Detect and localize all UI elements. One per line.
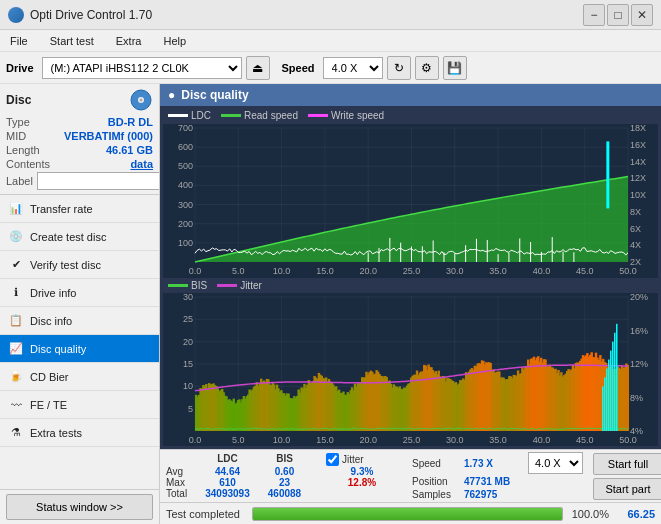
charts-area: LDC Read speed Write speed BIS bbox=[160, 106, 661, 449]
length-value: 46.61 GB bbox=[106, 144, 153, 156]
nav-item-create-test-disc[interactable]: 💿Create test disc bbox=[0, 223, 159, 251]
disc-info-icon: 📋 bbox=[8, 313, 24, 329]
ldc-legend: LDC bbox=[168, 110, 211, 121]
speed-select[interactable]: 4.0 X bbox=[323, 57, 383, 79]
samples-row: Samples 762975 bbox=[412, 489, 583, 500]
transfer-rate-icon: 📊 bbox=[8, 201, 24, 217]
label-input[interactable] bbox=[37, 172, 160, 190]
nav-item-drive-info[interactable]: ℹDrive info bbox=[0, 279, 159, 307]
disc-quality-icon: 📈 bbox=[8, 341, 24, 357]
titlebar-left: Opti Drive Control 1.70 bbox=[8, 7, 152, 23]
status-window-button[interactable]: Status window >> bbox=[6, 494, 153, 520]
nav-item-disc-quality[interactable]: 📈Disc quality bbox=[0, 335, 159, 363]
bis-legend-label: BIS bbox=[191, 280, 207, 291]
maximize-button[interactable]: □ bbox=[607, 4, 629, 26]
nav-item-extra-tests[interactable]: ⚗Extra tests bbox=[0, 419, 159, 447]
progress-bar-fill bbox=[253, 508, 562, 520]
length-label: Length bbox=[6, 144, 40, 156]
bottom-chart bbox=[163, 293, 658, 447]
nav-label-extra-tests: Extra tests bbox=[30, 427, 82, 439]
start-part-button[interactable]: Start part bbox=[593, 478, 661, 500]
fe-te-icon: 〰 bbox=[8, 397, 24, 413]
close-button[interactable]: ✕ bbox=[631, 4, 653, 26]
disc-type-row: Type BD-R DL bbox=[6, 116, 153, 128]
avg-label: Avg bbox=[166, 466, 198, 477]
ldc-header: LDC bbox=[200, 453, 255, 466]
progress-percent: 100.0% bbox=[569, 508, 609, 520]
ldc-legend-label: LDC bbox=[191, 110, 211, 121]
create-test-disc-icon: 💿 bbox=[8, 229, 24, 245]
start-full-button[interactable]: Start full bbox=[593, 453, 661, 475]
write-speed-legend-label: Write speed bbox=[331, 110, 384, 121]
speed-stat-value: 1.73 X bbox=[464, 458, 524, 469]
progress-bar bbox=[252, 507, 563, 521]
disc-icon bbox=[129, 88, 153, 112]
nav-item-verify-test-disc[interactable]: ✔Verify test disc bbox=[0, 251, 159, 279]
menu-item-extra[interactable]: Extra bbox=[110, 33, 148, 49]
position-value: 47731 MB bbox=[464, 476, 524, 487]
max-ldc: 610 bbox=[200, 477, 255, 488]
top-chart bbox=[163, 124, 658, 278]
main: Disc Type BD-R DL MID VERBATIMf (000) L bbox=[0, 84, 661, 524]
toolbar: Drive (M:) ATAPI iHBS112 2 CL0K ⏏ Speed … bbox=[0, 52, 661, 84]
refresh-button[interactable]: ↻ bbox=[387, 56, 411, 80]
nav-item-fe-te[interactable]: 〰FE / TE bbox=[0, 391, 159, 419]
speed-label: Speed bbox=[282, 62, 315, 74]
nav-label-drive-info: Drive info bbox=[30, 287, 76, 299]
menu-item-file[interactable]: File bbox=[4, 33, 34, 49]
nav-item-disc-info[interactable]: 📋Disc info bbox=[0, 307, 159, 335]
samples-label: Samples bbox=[412, 489, 460, 500]
stats-table: LDC BIS Jitter Avg 44.64 0.60 9.3% bbox=[166, 453, 402, 499]
empty-header bbox=[166, 453, 198, 466]
write-speed-legend: Write speed bbox=[308, 110, 384, 121]
speed-position-area: Speed 1.73 X 4.0 X Position 47731 MB Sam… bbox=[412, 452, 583, 500]
spacer2 bbox=[314, 466, 320, 477]
nav-item-transfer-rate[interactable]: 📊Transfer rate bbox=[0, 195, 159, 223]
contents-value[interactable]: data bbox=[130, 158, 153, 170]
read-speed-legend-label: Read speed bbox=[244, 110, 298, 121]
verify-test-disc-icon: ✔ bbox=[8, 257, 24, 273]
minimize-button[interactable]: − bbox=[583, 4, 605, 26]
nav-item-cd-bier[interactable]: 🍺CD Bier bbox=[0, 363, 159, 391]
svg-point-2 bbox=[140, 99, 143, 102]
max-bis: 23 bbox=[257, 477, 312, 488]
read-speed-legend: Read speed bbox=[221, 110, 298, 121]
menubar: FileStart testExtraHelp bbox=[0, 30, 661, 52]
disc-section-label: Disc bbox=[6, 93, 31, 107]
spacer bbox=[314, 453, 320, 466]
contents-label: Contents bbox=[6, 158, 50, 170]
chart-title: Disc quality bbox=[181, 88, 248, 102]
nav-label-fe-te: FE / TE bbox=[30, 399, 67, 411]
stats-max-row: Max 610 23 12.8% bbox=[166, 477, 402, 488]
status-text: Test completed bbox=[166, 508, 246, 520]
position-label: Position bbox=[412, 476, 460, 487]
disc-mid-row: MID VERBATIMf (000) bbox=[6, 130, 153, 142]
legend-top: LDC Read speed Write speed bbox=[162, 108, 659, 123]
drive-info-icon: ℹ bbox=[8, 285, 24, 301]
settings-button[interactable]: ⚙ bbox=[415, 56, 439, 80]
stats-speed-select[interactable]: 4.0 X bbox=[528, 452, 583, 474]
nav-label-disc-quality: Disc quality bbox=[30, 343, 86, 355]
drive-select[interactable]: (M:) ATAPI iHBS112 2 CL0K bbox=[42, 57, 242, 79]
eject-button[interactable]: ⏏ bbox=[246, 56, 270, 80]
total-ldc: 34093093 bbox=[200, 488, 255, 499]
disc-info-header: Disc bbox=[6, 88, 153, 112]
avg-bis: 0.60 bbox=[257, 466, 312, 477]
cd-bier-icon: 🍺 bbox=[8, 369, 24, 385]
jitter-checkbox-area: Jitter bbox=[326, 453, 364, 466]
titlebar-controls: − □ ✕ bbox=[583, 4, 653, 26]
drive-label: Drive bbox=[6, 62, 34, 74]
disc-length-row: Length 46.61 GB bbox=[6, 144, 153, 156]
menu-item-help[interactable]: Help bbox=[157, 33, 192, 49]
label-field-label: Label bbox=[6, 175, 33, 187]
total-bis: 460088 bbox=[257, 488, 312, 499]
jitter-checkbox[interactable] bbox=[326, 453, 339, 466]
speed-stat-label: Speed bbox=[412, 458, 460, 469]
save-button[interactable]: 💾 bbox=[443, 56, 467, 80]
action-buttons: Start full Start part bbox=[593, 453, 661, 500]
bis-header: BIS bbox=[257, 453, 312, 466]
menu-item-start-test[interactable]: Start test bbox=[44, 33, 100, 49]
avg-ldc: 44.64 bbox=[200, 466, 255, 477]
jitter-legend-label: Jitter bbox=[240, 280, 262, 291]
mid-value: VERBATIMf (000) bbox=[64, 130, 153, 142]
